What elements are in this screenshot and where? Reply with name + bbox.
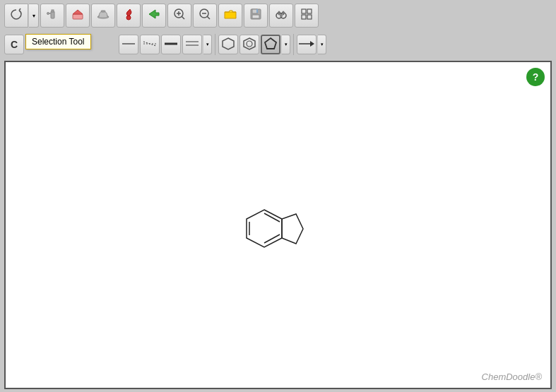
save-button[interactable] xyxy=(244,4,268,28)
svg-rect-20 xyxy=(256,9,258,13)
svg-line-15 xyxy=(207,16,210,19)
chemical-structure xyxy=(236,189,321,262)
save-icon xyxy=(249,7,263,24)
lasso-icon xyxy=(9,7,23,24)
toolbar-row1: ▾ xyxy=(0,0,556,31)
folder-button[interactable] xyxy=(218,4,242,28)
svg-marker-42 xyxy=(247,210,282,247)
arrow-right-icon xyxy=(297,38,316,52)
svg-rect-18 xyxy=(252,9,257,13)
green-arrow-icon xyxy=(147,7,161,24)
canvas-area[interactable]: ? ChemDoodle® xyxy=(4,61,552,389)
hexagon-icon xyxy=(220,36,236,54)
arrow-type-dropdown[interactable]: ▾ xyxy=(318,35,326,54)
selection-tool-tooltip: Selection Tool xyxy=(25,34,91,49)
benzene-button[interactable] xyxy=(239,35,259,54)
svg-marker-39 xyxy=(265,38,276,49)
svg-point-8 xyxy=(126,16,131,20)
svg-marker-5 xyxy=(73,10,83,14)
svg-marker-9 xyxy=(149,10,159,18)
zoom-in-icon xyxy=(172,7,187,24)
eraser-icon xyxy=(71,7,85,24)
bold-bond-icon xyxy=(163,38,179,52)
svg-rect-7 xyxy=(101,11,105,12)
single-bond-icon xyxy=(121,38,136,52)
spray-icon xyxy=(45,7,59,24)
zoom-out-icon xyxy=(198,7,212,24)
help-icon: ? xyxy=(533,71,539,83)
dropper-icon xyxy=(122,7,136,24)
svg-marker-46 xyxy=(282,214,303,244)
binoculars-icon xyxy=(274,7,288,24)
svg-rect-27 xyxy=(307,9,312,13)
lasso-dropdown[interactable]: ▾ xyxy=(29,4,39,28)
svg-rect-24 xyxy=(278,11,280,15)
help-button[interactable]: ? xyxy=(526,68,545,86)
grid-icon xyxy=(300,7,314,24)
svg-rect-25 xyxy=(283,11,284,15)
svg-rect-19 xyxy=(252,15,259,18)
double-bond-icon xyxy=(184,38,200,52)
shape-dropdown[interactable]: ▾ xyxy=(282,35,290,54)
pentagon-icon xyxy=(263,36,278,54)
svg-rect-28 xyxy=(302,15,306,19)
dashed-bond-icon xyxy=(142,38,158,52)
spray-button[interactable] xyxy=(40,4,64,28)
benzene-icon xyxy=(242,36,257,54)
svg-point-38 xyxy=(247,41,252,47)
app-container: ▾ xyxy=(0,0,556,392)
c-label: C xyxy=(11,39,18,50)
bold-bond-button[interactable] xyxy=(161,35,181,54)
zoom-in-button[interactable] xyxy=(167,4,191,28)
eraser-button[interactable] xyxy=(66,4,90,28)
separator2 xyxy=(293,34,294,55)
c-button[interactable]: C xyxy=(4,35,24,54)
folder-icon xyxy=(223,7,237,24)
hat-button[interactable] xyxy=(91,4,115,28)
zoom-out-button[interactable] xyxy=(193,4,217,28)
svg-marker-36 xyxy=(223,38,234,49)
svg-marker-41 xyxy=(310,41,314,47)
svg-marker-37 xyxy=(244,38,255,49)
svg-point-3 xyxy=(47,13,49,15)
bond-type-dropdown[interactable]: ▾ xyxy=(203,35,212,54)
single-bond-button[interactable] xyxy=(119,35,138,54)
hexagon-button[interactable] xyxy=(218,35,238,54)
svg-rect-29 xyxy=(307,15,312,19)
svg-line-43 xyxy=(264,213,280,222)
svg-rect-23 xyxy=(280,14,282,17)
binoculars-button[interactable] xyxy=(269,4,293,28)
separator1 xyxy=(215,34,215,55)
green-arrow-button[interactable] xyxy=(142,4,166,28)
arrow-button[interactable] xyxy=(297,35,317,54)
pentagon-button[interactable] xyxy=(261,35,280,54)
double-bond-button[interactable] xyxy=(182,35,202,54)
lasso-button[interactable] xyxy=(4,4,28,28)
svg-rect-26 xyxy=(302,9,306,13)
watermark: ChemDoodle® xyxy=(482,372,542,382)
grid-button[interactable] xyxy=(295,4,319,28)
hat-icon xyxy=(96,7,110,24)
dropper-button[interactable] xyxy=(117,4,141,28)
lasso-tool-group: ▾ xyxy=(4,4,39,28)
svg-rect-1 xyxy=(52,10,54,12)
toolbar-row2: C Selection Tool xyxy=(0,31,556,58)
svg-line-11 xyxy=(182,16,184,19)
dashed-bond-button[interactable] xyxy=(140,35,160,54)
svg-line-45 xyxy=(264,234,280,243)
svg-rect-4 xyxy=(73,14,83,19)
